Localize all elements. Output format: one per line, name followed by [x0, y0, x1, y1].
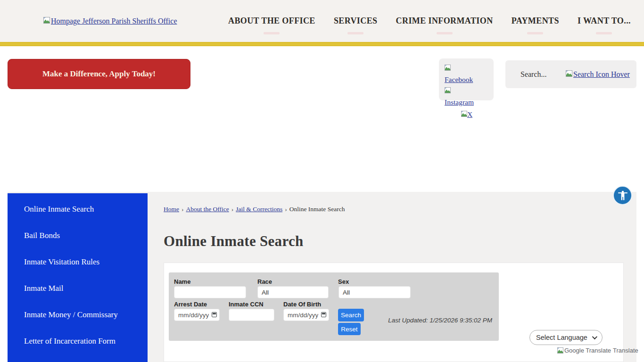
- sidebar-item-label: Letter of Incarceration Form: [24, 337, 116, 346]
- search-submit-link[interactable]: Search Icon Hover: [566, 70, 630, 79]
- breadcrumb: Home›About the Office›Jail & Corrections…: [164, 206, 345, 213]
- inmate-ccn-label: Inmate CCN: [229, 301, 264, 308]
- nav-payments[interactable]: PAYMENTS: [511, 13, 560, 29]
- name-label: Name: [174, 278, 190, 285]
- sidebar-item-inmate-visitation-rules[interactable]: Inmate Visitation Rules: [8, 249, 148, 275]
- language-select-label: Select Language: [536, 334, 587, 341]
- google-translate-link[interactable]: Google Translate: [557, 347, 611, 354]
- sex-select[interactable]: [339, 286, 411, 298]
- facebook-alt-text: Facebook: [445, 75, 473, 83]
- broken-image-icon: [43, 17, 50, 25]
- nav-underline-indicator: [527, 32, 543, 34]
- nav-about-the-office[interactable]: ABOUT THE OFFICE: [227, 13, 316, 29]
- race-select[interactable]: [257, 286, 329, 298]
- x-alt-text: X: [467, 110, 472, 118]
- nav-label: SERVICES: [334, 16, 378, 25]
- logo-alt-text: Hompage Jefferson Parish Sheriffs Office: [51, 17, 177, 25]
- search-input[interactable]: [520, 70, 564, 79]
- name-input[interactable]: [174, 286, 246, 298]
- arrest-date-label: Arrest Date: [174, 301, 207, 308]
- breadcrumb-about-the-office[interactable]: About the Office: [186, 206, 229, 213]
- sidebar-item-label: Inmate Money / Commissary: [24, 310, 118, 320]
- search-button[interactable]: Search: [338, 309, 364, 321]
- main-content: Home›About the Office›Jail & Corrections…: [164, 192, 636, 362]
- nav-underline-indicator: [596, 32, 612, 34]
- content-band: Online Inmate Search Bail Bonds Inmate V…: [8, 192, 636, 362]
- broken-image-icon: [566, 70, 572, 77]
- nav-label: I WANT TO...: [578, 16, 631, 25]
- x-cell: X: [445, 109, 489, 120]
- home-logo-link[interactable]: Hompage Jefferson Parish Sheriffs Office: [43, 17, 177, 25]
- site-search-bar: Search Icon Hover: [505, 60, 636, 88]
- sidebar-item-online-inmate-search[interactable]: Online Inmate Search: [8, 196, 148, 222]
- breadcrumb-home[interactable]: Home: [164, 206, 179, 213]
- sidebar-item-bail-bonds[interactable]: Bail Bonds: [8, 222, 148, 249]
- nav-underline-indicator: [437, 32, 453, 34]
- inmate-ccn-input[interactable]: [229, 309, 274, 321]
- inmate-search-form: Name Race Sex Arrest Date Inmate CCN Dat…: [169, 272, 499, 341]
- instagram-link[interactable]: Instagram: [445, 87, 474, 106]
- page-title: Online Inmate Search: [164, 233, 304, 250]
- gold-accent-bar: [0, 42, 644, 46]
- translate-label: Translate: [613, 347, 638, 354]
- main-nav: ABOUT THE OFFICE SERVICES CRIME INFORMAT…: [227, 0, 632, 42]
- instagram-alt-text: Instagram: [445, 98, 474, 106]
- sidebar-item-label: Online Inmate Search: [24, 205, 94, 214]
- broken-image-icon: [445, 65, 451, 71]
- sidebar-item-letter-of-incarceration[interactable]: Letter of Incarceration Form: [8, 328, 148, 354]
- nav-label: CRIME INFORMATION: [396, 16, 493, 25]
- sidebar-item-inmate-money-commissary[interactable]: Inmate Money / Commissary: [8, 302, 148, 328]
- facebook-link[interactable]: Facebook: [445, 64, 473, 83]
- broken-image-icon: [461, 111, 467, 117]
- inmate-search-card: Name Race Sex Arrest Date Inmate CCN Dat…: [164, 263, 624, 362]
- breadcrumb-separator: ›: [231, 206, 234, 213]
- broken-image-icon: [445, 87, 451, 93]
- calendar-icon[interactable]: [321, 312, 327, 318]
- site-header: Hompage Jefferson Parish Sheriffs Office…: [0, 0, 644, 42]
- sidebar-item-inmate-mail[interactable]: Inmate Mail: [8, 275, 148, 302]
- breadcrumb-separator: ›: [182, 206, 184, 213]
- instagram-cell: Instagram: [445, 85, 465, 108]
- breadcrumb-separator: ›: [285, 206, 287, 213]
- chevron-down-icon: [592, 334, 597, 339]
- social-links-box: Facebook Instagram X: [439, 58, 494, 100]
- sidebar-item-label: Inmate Mail: [24, 284, 64, 293]
- sex-label: Sex: [338, 278, 349, 285]
- nav-label: PAYMENTS: [512, 16, 559, 25]
- google-translate-alt-text: Google Translate: [564, 347, 611, 354]
- apply-today-button[interactable]: Make a Difference, Apply Today!: [8, 59, 190, 89]
- breadcrumb-current: Online Inmate Search: [289, 206, 345, 213]
- nav-services[interactable]: SERVICES: [333, 13, 379, 29]
- search-icon-alt-text: Search Icon Hover: [573, 70, 630, 79]
- section-sidebar: Online Inmate Search Bail Bonds Inmate V…: [8, 193, 148, 362]
- nav-label: ABOUT THE OFFICE: [228, 16, 315, 25]
- broken-image-icon: [557, 347, 563, 354]
- race-label: Race: [257, 278, 272, 285]
- google-translate-attribution: Google Translate Translate: [557, 347, 638, 354]
- x-link[interactable]: X: [461, 110, 472, 118]
- sidebar-item-label: Bail Bonds: [24, 231, 60, 240]
- nav-i-want-to[interactable]: I WANT TO...: [577, 13, 632, 29]
- breadcrumb-jail-corrections[interactable]: Jail & Corrections: [236, 206, 282, 213]
- calendar-icon[interactable]: [212, 312, 218, 318]
- nav-crime-information[interactable]: CRIME INFORMATION: [395, 13, 494, 29]
- accessibility-widget-button[interactable]: [613, 186, 632, 205]
- language-select[interactable]: Select Language: [529, 330, 603, 345]
- sidebar-item-label: Inmate Visitation Rules: [24, 257, 99, 267]
- nav-underline-indicator: [264, 32, 280, 34]
- nav-underline-indicator: [347, 32, 363, 34]
- dob-label: Date Of Birth: [283, 301, 321, 308]
- reset-button[interactable]: Reset: [338, 323, 361, 335]
- facebook-cell: Facebook: [445, 63, 465, 85]
- page-root: Hompage Jefferson Parish Sheriffs Office…: [0, 0, 644, 362]
- accessibility-person-icon: [617, 189, 629, 202]
- last-updated-text: Last Updated: 1/25/2026 9:35:02 PM: [388, 317, 492, 324]
